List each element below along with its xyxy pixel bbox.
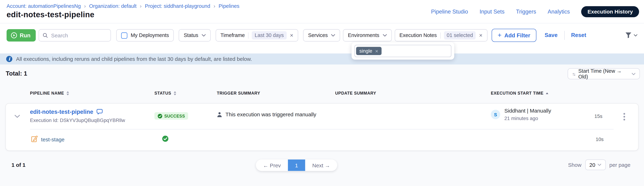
search-icon bbox=[43, 32, 48, 38]
services-filter[interactable]: Services bbox=[303, 29, 340, 42]
execution-id: Execution Id: DSkYV3upQBuqBGpqYBRllw bbox=[30, 118, 125, 123]
breadcrumb-separator: › bbox=[214, 3, 215, 9]
total-count: Total: 1 bbox=[6, 70, 27, 77]
show-label: Show bbox=[568, 162, 582, 168]
column-label: STATUS bbox=[154, 91, 171, 95]
chevron-down-icon bbox=[632, 72, 635, 75]
breadcrumb-account[interactable]: Account: automationPipelinesNg bbox=[6, 3, 81, 9]
divider bbox=[248, 32, 248, 38]
chevron-down-icon bbox=[202, 34, 206, 37]
tab-analytics[interactable]: Analytics bbox=[548, 9, 570, 15]
chevron-down-icon bbox=[634, 34, 638, 36]
page-size-control: Show 20 per page bbox=[568, 160, 630, 170]
execution-start-cell: S Siddhant | Manually 21 minutes ago bbox=[491, 108, 551, 121]
sort-toggle-icon bbox=[174, 91, 176, 95]
environments-filter[interactable]: Environments bbox=[343, 29, 392, 42]
remove-note-tag-icon[interactable]: × bbox=[375, 48, 378, 54]
pipeline-name-text: edit-notes-test-pipeline bbox=[30, 108, 93, 115]
page: Account: automationPipelinesNg › Organiz… bbox=[0, 0, 644, 186]
timeframe-filter[interactable]: Timeframe Last 30 days × bbox=[216, 29, 298, 42]
check-circle-icon bbox=[158, 114, 162, 118]
stage-success-check-icon bbox=[162, 136, 168, 142]
prev-page-button[interactable]: ← Prev bbox=[256, 160, 288, 171]
page-size-value: 20 bbox=[589, 162, 595, 168]
breadcrumb-separator: › bbox=[84, 3, 86, 9]
execution-notes-filter-label: Execution Notes bbox=[400, 32, 437, 38]
notes-tag-input[interactable]: single × bbox=[354, 45, 451, 57]
sort-select[interactable]: ↑↓ Start Time (New → Old) bbox=[568, 68, 640, 79]
column-header-pipeline-name[interactable]: PIPELINE NAME bbox=[30, 91, 69, 95]
filter-menu-button[interactable] bbox=[625, 32, 638, 38]
page-size-select[interactable]: 20 bbox=[585, 160, 606, 170]
next-page-button[interactable]: Next → bbox=[305, 160, 337, 171]
plus-icon: + bbox=[498, 32, 502, 39]
user-icon bbox=[217, 112, 222, 117]
my-deployments-checkbox[interactable] bbox=[121, 32, 128, 38]
execution-duration: 15s bbox=[586, 114, 611, 119]
clear-timeframe-icon[interactable]: × bbox=[290, 32, 294, 38]
pipeline-name-link[interactable]: edit-notes-test-pipeline bbox=[30, 108, 103, 115]
tab-input-sets[interactable]: Input Sets bbox=[480, 9, 505, 15]
page-range: 1 of 1 bbox=[12, 162, 26, 168]
trigger-summary-text: This execution was triggered manually bbox=[226, 111, 316, 118]
tab-triggers[interactable]: Triggers bbox=[516, 9, 536, 15]
status-badge: SUCCESS bbox=[154, 112, 188, 120]
breadcrumb-project[interactable]: Project: siddhant-playground bbox=[145, 3, 210, 9]
info-banner-text: All executions, including reruns and chi… bbox=[16, 56, 252, 62]
clear-execution-notes-icon[interactable]: × bbox=[479, 32, 482, 38]
toolbar: Run My Deployments Status Timeframe Last… bbox=[0, 24, 644, 54]
sort-ascending-icon bbox=[546, 92, 548, 94]
triggered-by: Siddhant | Manually bbox=[504, 108, 551, 114]
top-nav: Pipeline Studio Input Sets Triggers Anal… bbox=[431, 6, 639, 17]
column-label: EXECUTION START TIME bbox=[491, 91, 544, 95]
avatar: S bbox=[491, 110, 500, 119]
execution-row-card: edit-notes-test-pipeline Execution Id: D… bbox=[6, 104, 638, 150]
status-filter-label: Status bbox=[184, 32, 198, 38]
search-input[interactable] bbox=[51, 32, 107, 38]
chevron-down-icon bbox=[382, 34, 387, 37]
status-filter[interactable]: Status bbox=[179, 29, 210, 42]
expand-row-chevron-icon[interactable] bbox=[14, 115, 20, 118]
my-deployments-label: My Deployments bbox=[131, 32, 169, 38]
breadcrumb-organization[interactable]: Organization: default bbox=[89, 3, 137, 9]
page-1-button[interactable]: 1 bbox=[288, 160, 305, 171]
breadcrumb: Account: automationPipelinesNg › Organiz… bbox=[6, 3, 239, 9]
run-label: Run bbox=[20, 32, 30, 38]
row-menu-kebab-icon[interactable] bbox=[623, 112, 626, 121]
tab-pipeline-studio[interactable]: Pipeline Studio bbox=[431, 9, 468, 15]
run-button[interactable]: Run bbox=[6, 29, 36, 42]
search-input-wrap bbox=[39, 29, 111, 42]
my-deployments-toggle[interactable]: My Deployments bbox=[116, 29, 174, 42]
column-header-status[interactable]: STATUS bbox=[154, 91, 176, 95]
stage-duration: 10s bbox=[587, 136, 612, 142]
column-header-update-summary: UPDATE SUMMARY bbox=[335, 91, 376, 95]
page-header: Account: automationPipelinesNg › Organiz… bbox=[0, 0, 644, 24]
save-filter-link[interactable]: Save bbox=[545, 32, 558, 38]
column-header-execution-start-time[interactable]: EXECUTION START TIME bbox=[491, 91, 548, 95]
chevron-down-icon bbox=[331, 34, 335, 37]
add-filter-label: Add Filter bbox=[504, 32, 530, 38]
trigger-summary: This execution was triggered manually bbox=[217, 111, 316, 118]
sort-select-value: Start Time (New → Old) bbox=[578, 68, 628, 80]
column-label: PIPELINE NAME bbox=[30, 91, 64, 95]
executions-list: Total: 1 ↑↓ Start Time (New → Old) PIPEL… bbox=[0, 64, 644, 186]
breadcrumb-separator: › bbox=[140, 3, 142, 9]
add-filter-button[interactable]: + Add Filter bbox=[492, 29, 536, 42]
note-tag: single × bbox=[356, 47, 382, 55]
execution-notes-comment-icon[interactable] bbox=[96, 109, 103, 114]
divider bbox=[564, 31, 564, 40]
execution-notes-popover: single × bbox=[352, 42, 454, 60]
execution-notes-filter[interactable]: Execution Notes 01 selected × bbox=[394, 29, 488, 42]
info-banner: i All executions, including reruns and c… bbox=[0, 53, 644, 64]
execution-notes-value-tag: 01 selected bbox=[444, 31, 476, 40]
breadcrumb-pipelines[interactable]: Pipelines bbox=[218, 3, 239, 9]
tab-execution-history[interactable]: Execution History bbox=[581, 6, 639, 17]
reset-filter-link[interactable]: Reset bbox=[571, 32, 586, 38]
timeframe-filter-label: Timeframe bbox=[220, 32, 245, 38]
sort-toggle-icon bbox=[66, 91, 69, 95]
stage-name-link[interactable]: test-stage bbox=[41, 136, 64, 142]
chevron-down-icon bbox=[598, 164, 602, 166]
started-time-ago: 21 minutes ago bbox=[504, 116, 551, 121]
divider bbox=[440, 32, 440, 38]
column-label: TRIGGER SUMMARY bbox=[217, 91, 260, 95]
